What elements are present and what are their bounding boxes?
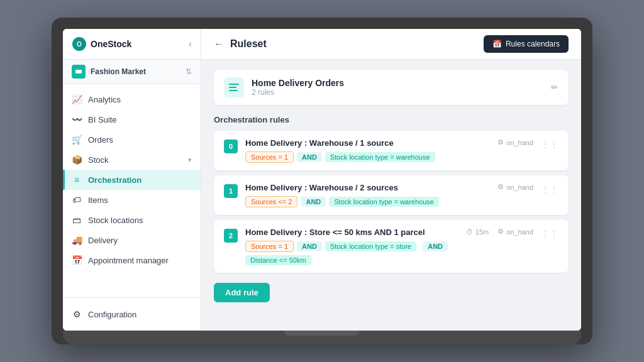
rule-card-1: 1 Home Delivery : Warehouse / 2 sources … <box>214 175 569 215</box>
configuration-icon: ⚙ <box>72 309 82 319</box>
rule-tag-2-2: Stock location type = store <box>325 241 416 251</box>
drag-handle-2[interactable]: ⋮⋮ <box>541 228 558 239</box>
rule-index-0: 0 <box>224 140 238 153</box>
ruleset-info: Home Delivery Orders 2 rules <box>252 78 344 97</box>
rule-body-0: Home Delivery : Warehouse / 1 source Sou… <box>245 138 490 163</box>
timer-label-2: 15m <box>475 228 489 236</box>
add-rule-button[interactable]: Add rule <box>214 283 270 302</box>
store-arrows-icon: ⇅ <box>186 67 192 76</box>
page-title: Ruleset <box>230 38 267 50</box>
on-hand-label-0: on_hand <box>506 139 533 146</box>
rule-tag-0-1: AND <box>297 152 322 162</box>
sidebar-item-bi-suite[interactable]: 〰️ BI Suite <box>63 109 201 129</box>
ruleset-header-card: Home Delivery Orders 2 rules ✏ <box>214 70 569 105</box>
rule-card-0: 0 Home Delivery : Warehouse / 1 source S… <box>214 131 569 170</box>
store-icon <box>72 65 86 79</box>
rule-card-2: 2 Home Delivery : Store <= 50 kms AND 1 … <box>214 220 569 273</box>
svg-rect-4 <box>229 84 239 85</box>
rule-meta-1: ⚙ on_hand <box>497 183 533 191</box>
ruleset-rules-count: 2 rules <box>252 88 344 97</box>
rule-tags-2: Sources = 1 AND Stock location type = st… <box>245 241 458 265</box>
rule-right-1: ⚙ on_hand ⋮⋮ <box>497 183 558 194</box>
rule-meta-0: ⚙ on_hand <box>497 138 533 146</box>
svg-rect-3 <box>75 70 82 74</box>
orders-icon: 🛒 <box>72 134 82 145</box>
rule-body-1: Home Delivery : Warehouse / 2 sources So… <box>245 183 490 207</box>
sidebar-item-analytics-label: Analytics <box>88 95 121 104</box>
sidebar-item-analytics[interactable]: 📈 Analytics <box>63 89 201 109</box>
onestock-logo-icon: O <box>72 36 87 52</box>
on-hand-icon-2: ⚙ <box>497 228 504 236</box>
rule-meta-2: ⏱ 15m ⚙ on_hand <box>466 228 533 236</box>
rule-meta-item-2-0: ⏱ 15m <box>466 228 489 236</box>
rules-calendars-label: Rules calendars <box>506 40 560 48</box>
rule-name-1: Home Delivery : Warehouse / 2 sources <box>245 183 490 192</box>
sidebar-item-items-label: Items <box>88 195 108 205</box>
on-hand-label-1: on_hand <box>506 184 533 191</box>
sidebar-item-orchestration-label: Orchestration <box>88 175 142 185</box>
rule-meta-item-2-1: ⚙ on_hand <box>497 228 533 236</box>
rule-tag-1-1: AND <box>301 197 326 207</box>
sidebar-item-configuration[interactable]: ⚙ Configuration <box>72 304 192 324</box>
sidebar-item-delivery[interactable]: 🚚 Delivery <box>63 230 201 250</box>
bi-suite-icon: 〰️ <box>72 114 82 124</box>
sidebar-item-stock-locations-label: Stock locations <box>88 216 143 225</box>
rule-tag-0-0: Sources = 1 <box>245 151 294 163</box>
sidebar-item-orders[interactable]: 🛒 Orders <box>63 129 201 150</box>
ruleset-edit-button[interactable]: ✏ <box>551 82 558 92</box>
rule-tag-2-3: AND <box>423 241 448 251</box>
rule-name-2: Home Delivery : Store <= 50 kms AND 1 pa… <box>245 228 458 237</box>
laptop-base <box>63 331 581 344</box>
sidebar-item-stock[interactable]: 📦 Stock ▾ <box>63 150 201 170</box>
sidebar-item-items[interactable]: 🏷 Items <box>63 190 201 210</box>
sidebar-item-bi-suite-label: BI Suite <box>88 115 117 124</box>
rules-calendars-button[interactable]: 📅 Rules calendars <box>484 35 569 53</box>
sidebar-item-appointment-manager-label: Appointment manager <box>88 256 169 265</box>
delivery-icon: 🚚 <box>72 235 82 245</box>
topbar-left: ← Ruleset <box>214 38 267 50</box>
sidebar-item-orders-label: Orders <box>88 135 113 145</box>
sidebar-collapse-btn[interactable]: ‹ <box>189 38 192 50</box>
drag-handle-0[interactable]: ⋮⋮ <box>541 138 558 150</box>
rule-index-2: 2 <box>224 229 238 243</box>
drag-handle-1[interactable]: ⋮⋮ <box>541 183 558 194</box>
rule-right-0: ⚙ on_hand ⋮⋮ <box>497 138 558 150</box>
sidebar-item-configuration-label: Configuration <box>88 310 136 319</box>
svg-text:O: O <box>77 41 82 48</box>
content-area: Home Delivery Orders 2 rules ✏ Orchestra… <box>201 60 581 331</box>
analytics-icon: 📈 <box>72 94 82 104</box>
on-hand-icon-0: ⚙ <box>497 138 504 146</box>
sidebar-item-delivery-label: Delivery <box>88 236 118 245</box>
rule-meta-item-0-0: ⚙ on_hand <box>497 138 533 146</box>
rule-name-0: Home Delivery : Warehouse / 1 source <box>245 138 490 148</box>
sidebar-header: O OneStock ‹ <box>63 29 201 60</box>
orchestration-rules-section-title: Orchestration rules <box>214 115 569 124</box>
sidebar-item-stock-label: Stock <box>88 155 109 165</box>
on-hand-label-2: on_hand <box>506 228 533 236</box>
back-button[interactable]: ← <box>214 38 224 50</box>
sidebar-footer: ⚙ Configuration <box>63 297 201 331</box>
store-selector[interactable]: Fashion Market ⇅ <box>63 60 201 84</box>
rule-index-1: 1 <box>224 184 238 198</box>
main-content: ← Ruleset 📅 Rules calendars Ho <box>201 29 581 331</box>
timer-icon-2: ⏱ <box>466 228 473 236</box>
ruleset-name: Home Delivery Orders <box>252 78 344 88</box>
rule-tags-1: Sources <= 2 AND Stock location type = w… <box>245 196 490 207</box>
ruleset-header-left: Home Delivery Orders 2 rules <box>224 77 344 97</box>
sidebar-item-orchestration[interactable]: ≡ Orchestration <box>63 170 201 190</box>
logo-text: OneStock <box>91 39 131 49</box>
svg-rect-5 <box>229 87 236 88</box>
stock-arrow-icon: ▾ <box>188 156 192 164</box>
logo-area: O OneStock <box>72 36 131 52</box>
rule-tag-0-2: Stock location type = warehouse <box>325 152 435 162</box>
sidebar-item-appointment-manager[interactable]: 📅 Appointment manager <box>63 250 201 270</box>
sidebar: O OneStock ‹ Fashion Market ⇅ 📈 Analytic… <box>63 29 201 331</box>
sidebar-item-stock-locations[interactable]: 🗃 Stock locations <box>63 210 201 230</box>
on-hand-icon-1: ⚙ <box>497 183 504 191</box>
calendar-icon: 📅 <box>492 40 502 48</box>
rule-tag-1-2: Stock location type = warehouse <box>329 197 439 207</box>
topbar: ← Ruleset 📅 Rules calendars <box>201 29 581 60</box>
rule-right-2: ⏱ 15m ⚙ on_hand ⋮⋮ <box>466 228 558 239</box>
store-name-label: Fashion Market <box>91 67 186 76</box>
items-icon: 🏷 <box>72 195 82 205</box>
